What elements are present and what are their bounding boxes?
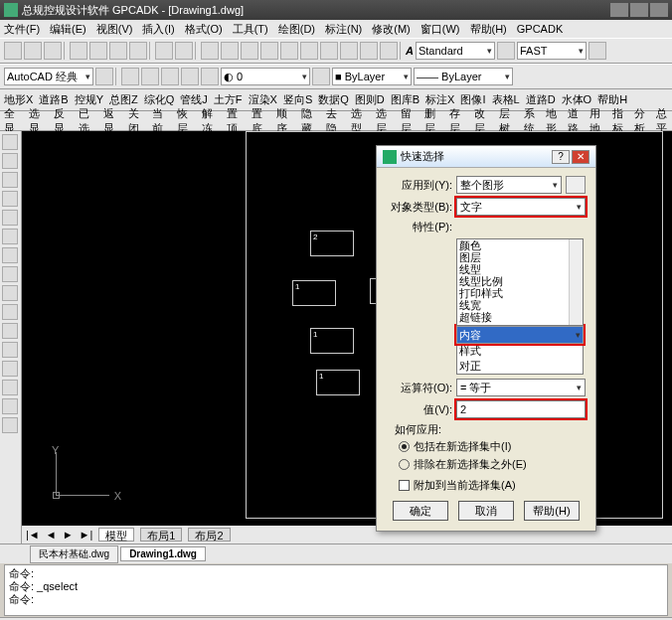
tb-icon[interactable]	[181, 68, 199, 85]
radio-include[interactable]: 包括在新选择集中(I)	[399, 439, 586, 454]
radio-exclude[interactable]: 排除在新选择集之外(E)	[399, 457, 586, 472]
menu-view[interactable]: 视图(V)	[96, 22, 133, 37]
apply-to-label: 应用到(Y):	[387, 178, 452, 193]
tb-icon[interactable]	[497, 42, 515, 60]
arc-icon[interactable]	[2, 153, 18, 169]
tb-icon[interactable]	[280, 42, 298, 60]
polygon-icon[interactable]	[2, 191, 18, 207]
dialog-title: 快速选择	[401, 149, 444, 164]
menu-gpcadk[interactable]: GPCADK	[517, 23, 563, 35]
dim-style-select[interactable]: FAST	[517, 42, 587, 60]
pline-icon[interactable]	[2, 172, 18, 188]
menu-format[interactable]: 格式(O)	[185, 22, 223, 37]
tb-icon[interactable]	[588, 42, 606, 60]
text2-icon[interactable]	[2, 417, 18, 433]
tb-pan-icon[interactable]	[221, 42, 239, 60]
tb-open-icon[interactable]	[24, 42, 42, 60]
nav-next-icon[interactable]: ►	[63, 529, 74, 541]
tb-print-icon[interactable]	[70, 42, 87, 60]
menu-tools[interactable]: 工具(T)	[233, 22, 268, 37]
tb-icon[interactable]	[241, 42, 258, 60]
tb-zoom-icon[interactable]	[201, 42, 219, 60]
menu-bar: 文件(F) 编辑(E) 视图(V) 插入(I) 格式(O) 工具(T) 绘图(D…	[0, 20, 672, 38]
tab-layout1[interactable]: 布局1	[140, 528, 182, 542]
tool-icon[interactable]	[2, 398, 18, 414]
menu-insert[interactable]: 插入(I)	[142, 22, 174, 37]
menu-edit[interactable]: 编辑(E)	[50, 22, 86, 37]
menu-dim[interactable]: 标注(N)	[325, 22, 362, 37]
tb-icon[interactable]	[312, 68, 330, 85]
menu-draw[interactable]: 绘图(D)	[278, 22, 315, 37]
command-window[interactable]: 命令: 命令: _qselect 命令:	[4, 564, 668, 616]
spline-icon[interactable]	[2, 247, 18, 263]
tb-layer-icon[interactable]	[201, 68, 219, 85]
text-style-select[interactable]: Standard	[416, 42, 495, 60]
select-objects-button[interactable]	[566, 176, 586, 194]
file-tab-active[interactable]: Drawing1.dwg	[120, 546, 206, 561]
minimize-button[interactable]	[610, 3, 628, 17]
tb-copy-icon[interactable]	[109, 42, 127, 60]
tab-layout2[interactable]: 布局2	[188, 528, 230, 542]
block-icon[interactable]	[2, 323, 18, 339]
tb-icon[interactable]	[161, 68, 179, 85]
circle-icon[interactable]	[2, 229, 18, 244]
separator	[400, 42, 404, 60]
properties-listbox[interactable]: 颜色 图层 线型 线型比例 打印样式 线宽 超链接	[456, 238, 584, 326]
nav-first-icon[interactable]: |◄	[26, 529, 40, 541]
tb-cut-icon[interactable]	[89, 42, 107, 60]
dialog-close-button[interactable]: ✕	[572, 150, 589, 164]
file-tab[interactable]: 民本村基础.dwg	[30, 545, 118, 563]
point-icon[interactable]	[2, 304, 18, 320]
tb-icon[interactable]	[360, 42, 378, 60]
tb-icon[interactable]	[320, 42, 338, 60]
tb-redo-icon[interactable]	[175, 42, 193, 60]
menu-help[interactable]: 帮助(H)	[470, 22, 507, 37]
menu-window[interactable]: 窗口(W)	[420, 22, 460, 37]
line-icon[interactable]	[2, 134, 18, 150]
tab-model[interactable]: 模型	[98, 528, 134, 542]
nav-prev-icon[interactable]: ◄	[46, 529, 57, 541]
hatch-icon[interactable]	[2, 285, 18, 301]
separator	[64, 42, 68, 60]
color-select[interactable]: ■ ByLayer	[332, 68, 412, 85]
operator-select[interactable]: = 等于	[456, 379, 586, 396]
tb-icon[interactable]	[121, 68, 139, 85]
tb-paste-icon[interactable]	[129, 42, 147, 60]
value-input[interactable]: 2	[456, 400, 586, 418]
tb-icon[interactable]	[340, 42, 358, 60]
window-controls	[610, 3, 668, 17]
tb-icon[interactable]	[260, 42, 278, 60]
tb-icon[interactable]	[95, 68, 113, 85]
tb-new-icon[interactable]	[4, 42, 22, 60]
nav-last-icon[interactable]: ►|	[80, 529, 93, 541]
workspace-select[interactable]: AutoCAD 经典	[4, 68, 93, 85]
maximize-button[interactable]	[630, 3, 648, 17]
tb-help-icon[interactable]	[380, 42, 398, 60]
object-type-select[interactable]: 文字	[456, 198, 586, 216]
dialog-help-button[interactable]: ?	[552, 150, 570, 164]
region-icon[interactable]	[2, 361, 18, 377]
menu-file[interactable]: 文件(F)	[4, 22, 40, 37]
text-icon[interactable]	[2, 342, 18, 358]
tb-icon[interactable]	[300, 42, 318, 60]
list-item-selected[interactable]: 内容	[456, 326, 584, 344]
help-button[interactable]: 帮助(H)	[524, 501, 580, 521]
drawn-rect: 1	[292, 280, 336, 306]
close-button[interactable]	[650, 3, 668, 17]
tb-save-icon[interactable]	[44, 42, 62, 60]
tb-undo-icon[interactable]	[155, 42, 173, 60]
dialog-title-bar[interactable]: 快速选择 ? ✕	[377, 146, 595, 168]
listbox-scrollbar[interactable]	[569, 239, 583, 325]
menu-modify[interactable]: 修改(M)	[372, 22, 411, 37]
quick-select-dialog: 快速选择 ? ✕ 应用到(Y): 整个图形 对象类型(B): 文字 特性(P):…	[376, 145, 596, 532]
append-checkbox[interactable]: 附加到当前选择集(A)	[399, 478, 586, 493]
tool-icon[interactable]	[2, 380, 18, 395]
apply-to-select[interactable]: 整个图形	[456, 176, 562, 194]
lineweight-select[interactable]: —— ByLayer	[414, 68, 513, 85]
layer-select[interactable]: ◐ 0	[221, 68, 310, 85]
rect-icon[interactable]	[2, 210, 18, 226]
cancel-button[interactable]: 取消	[458, 501, 514, 521]
tb-icon[interactable]	[141, 68, 159, 85]
ellipse-icon[interactable]	[2, 266, 18, 282]
ok-button[interactable]: 确定	[393, 501, 448, 521]
